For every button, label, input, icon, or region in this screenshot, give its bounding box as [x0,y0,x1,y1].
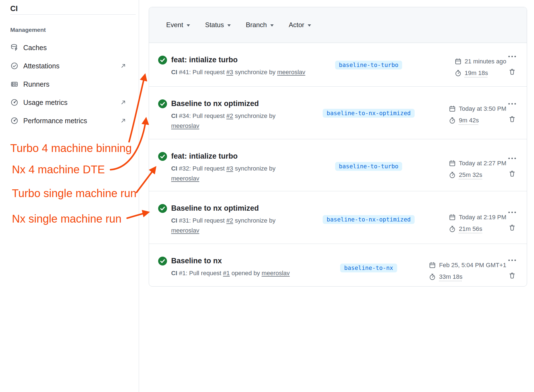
run-meta: 21 minutes ago 19m 18s [455,56,506,79]
calendar-icon [449,214,456,221]
success-check-icon [158,99,167,108]
subtitle-text: #41: Pull request [177,69,226,76]
sidebar-item-label: Attestations [23,62,60,70]
annotation-turbo-single-machine-run: Turbo single machine run [12,187,137,200]
sidebar-item-attestations[interactable]: Attestations [7,57,135,75]
workflow-run-row: feat: intialize turbo CI #41: Pull reque… [149,43,527,87]
delete-run-button[interactable] [508,68,516,76]
success-check-icon [158,56,167,65]
stopwatch-icon [429,273,436,280]
chevron-down-icon [270,24,274,27]
sidebar-item-label: Performance metrics [23,117,87,125]
run-meta: Feb 25, 5:04 PM GMT+1 33m 18s [429,260,506,282]
calendar-icon [449,160,456,167]
sidebar-section-management: Management [10,27,46,33]
workflow-name: CI [171,270,177,277]
delete-run-button[interactable] [508,169,516,178]
run-title-link[interactable]: Baseline to nx optimized [171,203,276,213]
filter-event[interactable]: Event [166,21,190,29]
filter-bar: Event Status Branch Actor [149,7,527,43]
run-meta: Today at 2:19 PM 21m 56s [449,212,506,234]
pr-number-link[interactable]: #3 [226,69,233,76]
pr-number-link[interactable]: #2 [226,217,233,224]
filter-label: Actor [289,21,304,29]
branch-badge[interactable]: baseline-to-nx-optimized [323,215,414,224]
run-date: Today at 3:50 PM [459,105,506,112]
delete-run-button[interactable] [508,271,516,280]
subtitle-text: opened by [230,270,262,277]
sidebar-border [139,0,139,392]
chevron-down-icon [308,24,311,27]
run-title-link[interactable]: feat: intialize turbo [171,55,305,65]
workflow-run-row: feat: intialize turbo CI #32: Pull reque… [149,139,527,191]
author-link[interactable]: meeroslav [171,227,199,234]
run-meta: Today at 2:27 PM 25m 32s [449,158,506,180]
author-link[interactable]: meeroslav [277,69,305,76]
subtitle-text: #32: Pull request [177,165,226,172]
workflow-run-row: Baseline to nx optimized CI #34: Pull re… [149,87,527,139]
run-options-button[interactable] [507,156,517,161]
filter-branch[interactable]: Branch [246,21,274,29]
author-link[interactable]: meeroslav [171,122,199,129]
sidebar-item-usage-metrics[interactable]: Usage metrics [7,93,135,112]
filter-status[interactable]: Status [205,21,231,29]
workflow-name: CI [171,217,177,224]
filter-label: Event [166,21,183,29]
sidebar-item-runners[interactable]: Runners [7,75,135,93]
subtitle-text: synchronize by [233,69,277,76]
sidebar-item-label: Runners [23,80,50,88]
run-options-button[interactable] [507,102,517,106]
filter-actor[interactable]: Actor [289,21,311,29]
sidebar-item-label: Caches [23,44,47,52]
annotation-turbo-4-machine-binning: Turbo 4 machine binning [10,141,132,155]
delete-run-button[interactable] [508,223,516,232]
pr-number-link[interactable]: #3 [226,165,233,172]
run-subtitle: CI #32: Pull request #3 synchronize by m… [171,164,276,184]
chevron-down-icon [227,24,231,27]
stopwatch-icon [449,225,456,233]
run-options-button[interactable] [507,54,517,59]
run-date: Today at 2:27 PM [459,160,506,167]
cache-icon [10,43,19,52]
delete-run-button[interactable] [508,115,516,123]
annotation-nx-4-machine-dte: Nx 4 machine DTE [12,163,105,176]
sidebar-item-performance-metrics[interactable]: Performance metrics [7,112,135,130]
subtitle-text: synchronize by [233,165,276,172]
workflow-runs-page: CI Management Caches Attestations Runner… [0,0,534,392]
annotation-arrow-nx-single [127,212,148,218]
workflow-run-row: Baseline to nx optimized CI #31: Pull re… [149,191,527,244]
pr-number-link[interactable]: #1 [223,270,230,277]
run-duration: 33m 18s [439,273,462,280]
run-duration: 9m 42s [459,117,479,124]
run-title-link[interactable]: Baseline to nx optimized [171,99,276,108]
sidebar-workflow-title[interactable]: CI [10,4,18,13]
pr-number-link[interactable]: #2 [226,112,233,119]
run-title-link[interactable]: Baseline to nx [171,256,290,265]
workflow-run-row: Baseline to nx CI #1: Pull request #1 op… [149,244,527,287]
branch-badge[interactable]: baseline-to-nx [340,264,397,272]
run-title-link[interactable]: feat: intialize turbo [171,151,276,161]
run-meta: Today at 3:50 PM 9m 42s [449,103,506,126]
run-duration: 21m 56s [459,225,482,233]
run-options-button[interactable] [507,210,517,215]
run-options-button[interactable] [507,258,517,262]
stopwatch-icon [449,117,456,124]
sidebar-item-caches[interactable]: Caches [7,38,135,57]
author-link[interactable]: meeroslav [171,175,199,182]
branch-badge[interactable]: baseline-to-turbo [335,61,402,69]
success-check-icon [158,152,167,161]
external-link-icon [120,63,127,69]
branch-badge[interactable]: baseline-to-turbo [335,162,402,171]
filter-label: Branch [246,21,267,29]
external-link-icon [120,117,127,124]
performance-metrics-icon [10,117,19,125]
subtitle-text: #34: Pull request [177,112,226,119]
workflow-runs-panel: Event Status Branch Actor feat: intializ… [149,7,527,287]
run-date: Today at 2:19 PM [459,214,506,221]
run-duration: 25m 32s [459,171,482,179]
author-link[interactable]: meeroslav [262,270,290,277]
run-subtitle: CI #41: Pull request #3 synchronize by m… [171,67,305,77]
branch-badge[interactable]: baseline-to-nx-optimized [323,109,414,118]
calendar-icon [455,58,462,65]
stopwatch-icon [449,171,456,179]
